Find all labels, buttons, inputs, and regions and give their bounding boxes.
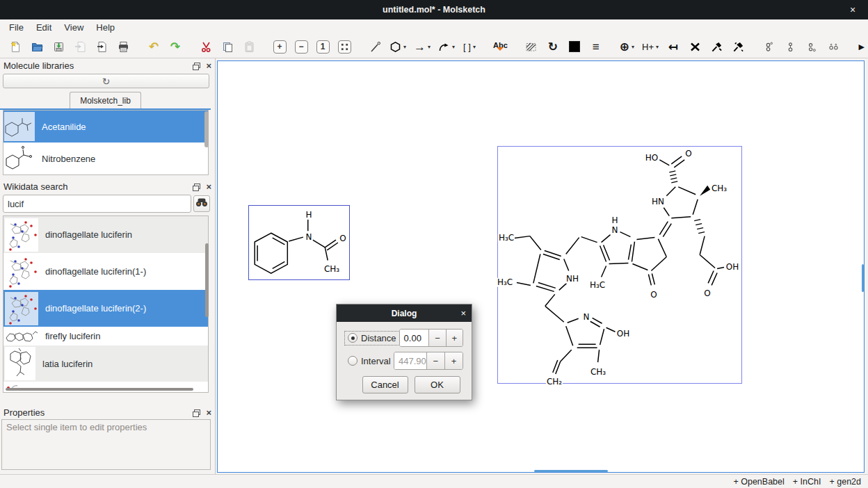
tab-molsketch-lib[interactable]: Molsketch_lib: [70, 92, 141, 108]
fragment-3-button[interactable]: [803, 38, 820, 56]
charge-button[interactable]: ⊕▾: [618, 38, 636, 56]
cut-button[interactable]: [198, 38, 214, 56]
distance-radio[interactable]: Distance: [345, 332, 399, 345]
fragment-2-button[interactable]: [782, 38, 798, 56]
wikidata-close-icon[interactable]: ×: [206, 182, 211, 191]
wikidata-search-button[interactable]: [193, 195, 210, 212]
zoom-fit-button[interactable]: [336, 38, 353, 56]
copy-button[interactable]: [219, 38, 236, 56]
list-item-acetanilide[interactable]: Acetanilide: [3, 111, 208, 143]
library-close-icon[interactable]: ×: [206, 61, 211, 70]
list-item-nitrobenzene[interactable]: Nitrobenzene: [3, 143, 208, 174]
open-button[interactable]: [29, 38, 45, 56]
wikidata-float-icon[interactable]: [193, 184, 200, 190]
draw-bond-button[interactable]: [367, 38, 383, 56]
reaction-arrow-dropdown-arrow[interactable]: ▾: [428, 44, 431, 50]
window-close-button[interactable]: ×: [844, 0, 861, 19]
arrow-bar-left-button[interactable]: ↤: [665, 38, 682, 56]
menu-edit[interactable]: Edit: [30, 21, 58, 34]
fragment-4-button[interactable]: [825, 38, 842, 56]
library-float-icon[interactable]: [193, 63, 200, 69]
status-toggle[interactable]: + InChI: [793, 477, 821, 487]
zoom-fit-icon: [338, 40, 351, 54]
save-button[interactable]: [50, 38, 67, 56]
interval-increment-button[interactable]: +: [444, 352, 463, 369]
library-list-scrollbar[interactable]: [204, 111, 209, 147]
distance-increment-button[interactable]: +: [446, 330, 463, 346]
zoom-in-button[interactable]: +: [271, 38, 288, 56]
canvas-vertical-scroll-indicator[interactable]: [862, 264, 864, 292]
library-refresh-button[interactable]: ↻: [3, 74, 209, 88]
undo-button[interactable]: ↶: [145, 38, 162, 56]
mechanism-tool-1-button[interactable]: [708, 38, 725, 56]
status-toggle[interactable]: + OpenBabel: [733, 477, 784, 487]
import-button[interactable]: [72, 38, 88, 56]
print-button[interactable]: [115, 38, 131, 56]
brackets-button[interactable]: [ ]▾: [461, 38, 478, 56]
canvas-horizontal-scroll-indicator[interactable]: [534, 470, 608, 472]
ring-button[interactable]: ▾: [388, 38, 408, 56]
wikidata-search-input[interactable]: [3, 195, 191, 213]
properties-float-icon[interactable]: [193, 409, 200, 416]
ring-dropdown-arrow[interactable]: ▾: [403, 44, 406, 50]
window-titlebar[interactable]: untitled.mol* - Molsketch ×: [0, 0, 868, 19]
interval-radio[interactable]: Interval: [345, 355, 394, 368]
properties-close-icon[interactable]: ×: [206, 408, 211, 417]
distance-decrement-button[interactable]: −: [428, 330, 445, 346]
luciferin-selection-box[interactable]: HOOCH₃HNHNH₃CH₃CNHH₃COOHONOHCH₃CH₂: [497, 146, 742, 384]
dialog-close-button[interactable]: ×: [460, 304, 466, 322]
interval-radio-circle[interactable]: [348, 356, 357, 366]
redo-button[interactable]: ↷: [167, 38, 184, 56]
rotate-button[interactable]: ↻: [545, 38, 561, 56]
color-button[interactable]: [566, 38, 583, 56]
distance-radio-circle[interactable]: [348, 333, 357, 343]
drawing-canvas[interactable]: HNOCH₃: [217, 60, 865, 473]
text-button[interactable]: Abc: [492, 38, 509, 56]
acetanilide-selection-box[interactable]: HNOCH₃: [248, 205, 350, 280]
status-toggle[interactable]: + gen2d: [829, 477, 861, 487]
molecule-thumbnail: [4, 112, 35, 141]
wikidata-vertical-scrollbar[interactable]: [205, 243, 209, 317]
new-button[interactable]: [7, 38, 24, 56]
mechanism-arrow-dropdown-arrow[interactable]: ▾: [452, 44, 455, 50]
zoom-original-button[interactable]: 1: [314, 38, 331, 56]
cancel-button[interactable]: Cancel: [362, 376, 408, 393]
list-item-label: firefly luciferin: [45, 331, 100, 341]
dialog-titlebar[interactable]: Dialog ×: [337, 304, 472, 322]
wikidata-horizontal-scrollbar[interactable]: [6, 388, 193, 391]
list-item-dinoflagellate-luciferin-2-[interactable]: dinoflagellate luciferin(2-): [3, 290, 208, 327]
hydrogen-dropdown-arrow[interactable]: ▾: [656, 44, 659, 50]
distance-value[interactable]: 0.00: [400, 330, 429, 346]
line-width-button[interactable]: ≡: [588, 38, 604, 56]
list-item-dinoflagellate-luciferin-1-[interactable]: dinoflagellate luciferin(1-): [3, 253, 208, 290]
list-item-latia-luciferin[interactable]: latia luciferin: [3, 345, 208, 382]
hydrogen-button[interactable]: H+▾: [641, 38, 660, 56]
acetanilide-molecule[interactable]: HNOCH₃: [249, 206, 349, 279]
delete-button[interactable]: [686, 38, 703, 56]
menu-file[interactable]: File: [3, 21, 30, 34]
toolbar-overflow-button[interactable]: ▶: [859, 35, 865, 58]
ok-button[interactable]: OK: [415, 376, 460, 393]
brackets-dropdown-arrow[interactable]: ▾: [473, 44, 476, 50]
luciferin-bonds: [498, 147, 741, 383]
fragment-1-button[interactable]: [760, 38, 777, 56]
menu-help[interactable]: Help: [90, 21, 121, 34]
reaction-arrow-button[interactable]: →▾: [412, 38, 432, 56]
paste-button[interactable]: [241, 38, 257, 56]
list-item-dinoflagellate-luciferin[interactable]: dinoflagellate luciferin: [3, 216, 208, 253]
mechanism-arrow-button[interactable]: ▾: [437, 38, 456, 56]
mechanism-tool-2-button[interactable]: [730, 38, 746, 56]
distance-spinbox[interactable]: 0.00 − +: [399, 329, 463, 347]
library-dock-header: Molecule libraries ×: [3, 60, 211, 72]
charge-dropdown-arrow[interactable]: ▾: [632, 44, 634, 50]
interval-decrement-button[interactable]: −: [426, 352, 444, 369]
menu-view[interactable]: View: [58, 21, 90, 34]
mechanism-arrow-icon: [438, 41, 450, 53]
library-list: AcetanilideNitrobenzene: [3, 110, 209, 175]
selection-button[interactable]: [523, 38, 540, 56]
zoom-out-button[interactable]: −: [293, 38, 310, 56]
luciferin-molecule[interactable]: HOOCH₃HNHNH₃CH₃CNHH₃COOHONOHCH₃CH₂: [498, 147, 741, 383]
list-item-firefly-luciferin[interactable]: firefly luciferin: [3, 327, 208, 345]
export-button[interactable]: [93, 38, 110, 56]
interval-spinbox[interactable]: 447.90 − +: [394, 352, 463, 370]
